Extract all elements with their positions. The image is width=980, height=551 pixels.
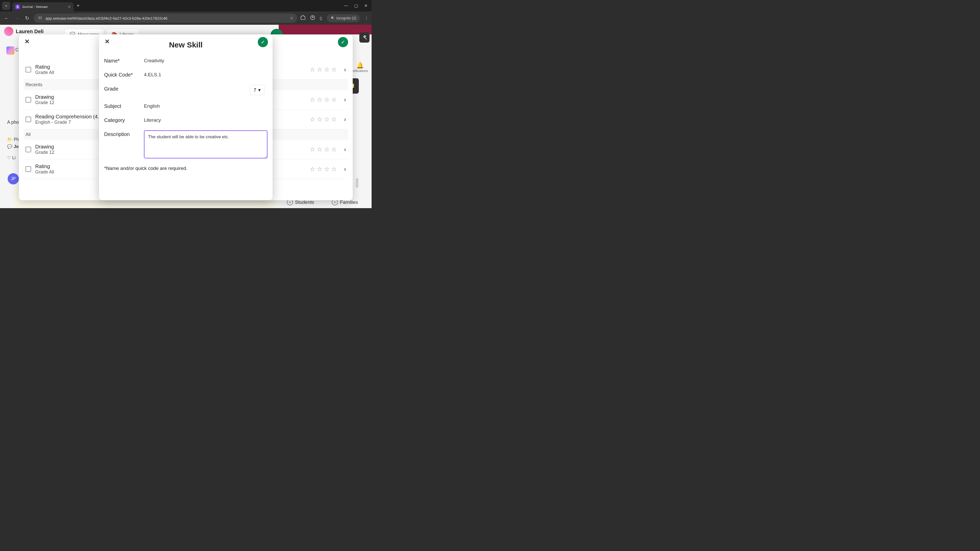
confirm-skills-button[interactable]: ✓ xyxy=(338,37,348,47)
tab-search-button[interactable] xyxy=(2,2,10,10)
star-icon[interactable]: ☆ xyxy=(310,96,315,103)
browser-tab[interactable]: S Journal - Seesaw × xyxy=(12,2,73,11)
star-icon[interactable]: ☆ xyxy=(324,146,330,153)
extensions-icon[interactable] xyxy=(301,15,305,21)
checkbox[interactable] xyxy=(25,67,31,73)
star-icon[interactable]: ☆ xyxy=(324,96,330,103)
rating-stars[interactable]: ☆ ☆ ☆ ☆ xyxy=(310,146,337,153)
rating-stars[interactable]: ☆ ☆ ☆ ☆ xyxy=(310,165,337,173)
close-tab-icon[interactable]: × xyxy=(68,5,70,9)
checkbox[interactable] xyxy=(25,97,31,103)
scrollbar-thumb[interactable] xyxy=(356,178,358,188)
star-icon[interactable]: ☆ xyxy=(310,66,315,73)
star-icon[interactable]: ☆ xyxy=(317,146,323,153)
bookmark-star-icon[interactable]: ☆ xyxy=(290,16,293,21)
address-bar: ← → ↻ app.seesaw.me/#/class/class.e01bf4… xyxy=(0,11,372,25)
maximize-icon[interactable]: ▢ xyxy=(354,3,358,8)
class-icon[interactable] xyxy=(6,46,14,55)
form-row-category: Category Literacy xyxy=(104,116,267,123)
close-skills-modal-button[interactable]: ✕ xyxy=(24,38,30,45)
bell-icon: 🔔 xyxy=(352,62,368,69)
star-icon[interactable]: ☆ xyxy=(331,66,337,73)
notifications-label: otifications xyxy=(352,69,368,73)
star-icon[interactable]: ☆ xyxy=(324,165,330,173)
quickcode-input[interactable]: 4.ELS.1 xyxy=(144,71,267,78)
subject-input[interactable]: English xyxy=(144,102,267,109)
profile-icon[interactable] xyxy=(310,15,315,21)
chevron-right-icon[interactable]: › xyxy=(344,96,346,103)
settings-wrench-button[interactable] xyxy=(360,32,369,43)
save-new-skill-button[interactable]: ✓ xyxy=(258,37,268,47)
svg-rect-0 xyxy=(38,17,40,17)
url-text: app.seesaw.me/#/class/class.e01bf4c2-9a2… xyxy=(45,16,167,21)
rating-stars[interactable]: ☆ ☆ ☆ ☆ xyxy=(310,66,337,73)
url-input[interactable]: app.seesaw.me/#/class/class.e01bf4c2-9a2… xyxy=(34,14,298,23)
star-icon[interactable]: ☆ xyxy=(310,146,315,153)
star-icon[interactable]: ☆ xyxy=(331,165,337,173)
grade-label: Grade xyxy=(104,85,144,92)
incognito-badge[interactable]: Incognito (2) xyxy=(327,14,360,22)
tab-title: Journal - Seesaw xyxy=(22,5,66,9)
checkbox[interactable] xyxy=(25,117,31,122)
star-icon[interactable]: ☆ xyxy=(310,165,315,173)
star-icon[interactable]: ☆ xyxy=(317,66,323,73)
chevron-right-icon[interactable]: › xyxy=(344,116,346,123)
svg-rect-5 xyxy=(41,19,42,19)
name-label: Name* xyxy=(104,57,144,64)
star-icon[interactable]: ☆ xyxy=(317,116,323,123)
star-icon[interactable]: ☆ xyxy=(310,116,315,123)
close-new-skill-button[interactable]: ✕ xyxy=(105,38,110,45)
likes-link[interactable]: ♡ Li xyxy=(7,156,15,160)
form-row-quickcode: Quick Code* 4.ELS.1 xyxy=(104,71,267,78)
svg-rect-4 xyxy=(41,17,42,18)
chevron-right-icon[interactable]: › xyxy=(344,165,346,173)
journal-link[interactable]: 💬 Jo xyxy=(7,144,19,149)
svg-rect-1 xyxy=(38,17,40,18)
close-window-icon[interactable]: ✕ xyxy=(364,3,368,8)
star-icon[interactable]: ☆ xyxy=(317,165,323,173)
checkbox[interactable] xyxy=(25,147,31,152)
modal-title: New Skill xyxy=(99,41,272,49)
photo-caption: A pho xyxy=(7,120,19,125)
star-icon[interactable]: ☆ xyxy=(331,146,337,153)
category-input[interactable]: Literacy xyxy=(144,116,267,123)
star-icon[interactable]: ☆ xyxy=(324,116,330,123)
form-row-description: Description xyxy=(104,130,267,159)
avatar-initials: JP xyxy=(11,176,16,181)
description-textarea[interactable] xyxy=(144,130,267,159)
section-label: Recents xyxy=(25,82,42,87)
rating-stars[interactable]: ☆ ☆ ☆ ☆ xyxy=(310,116,337,123)
site-info-icon[interactable] xyxy=(38,16,42,21)
grade-dropdown[interactable]: 7 ▾ xyxy=(250,85,264,95)
rating-stars[interactable]: ☆ ☆ ☆ ☆ xyxy=(310,96,337,103)
families-label: Families xyxy=(340,200,358,205)
back-button[interactable]: ← xyxy=(3,15,10,21)
reload-button[interactable]: ↻ xyxy=(24,15,30,21)
name-input[interactable]: Creativity xyxy=(144,57,267,64)
folder-icon: 📁 xyxy=(7,137,12,142)
window-controls: — ▢ ✕ xyxy=(344,3,369,8)
star-icon[interactable]: ☆ xyxy=(324,66,330,73)
form-row-subject: Subject English xyxy=(104,102,267,109)
reading-list-icon[interactable]: ▯ xyxy=(320,16,322,21)
star-icon[interactable]: ☆ xyxy=(331,116,337,123)
new-skill-form: Name* Creativity Quick Code* 4.ELS.1 Gra… xyxy=(99,49,272,159)
checkbox[interactable] xyxy=(25,166,31,172)
chevron-right-icon[interactable]: › xyxy=(344,146,346,153)
star-icon[interactable]: ☆ xyxy=(331,96,337,103)
new-tab-button[interactable]: + xyxy=(76,3,80,9)
app-header-accent xyxy=(279,25,372,35)
form-row-name: Name* Creativity xyxy=(104,57,267,64)
svg-point-8 xyxy=(331,17,332,19)
star-icon[interactable]: ☆ xyxy=(317,96,323,103)
heart-icon: ♡ xyxy=(7,156,11,160)
forward-button[interactable]: → xyxy=(13,15,21,21)
browser-menu-icon[interactable]: ⋮ xyxy=(364,16,369,21)
chevron-right-icon[interactable]: › xyxy=(344,66,346,73)
user-name: Lauren Deli xyxy=(16,29,44,35)
quickcode-label: Quick Code* xyxy=(104,71,144,78)
minimize-icon[interactable]: — xyxy=(344,3,348,8)
likes-label: Li xyxy=(12,156,15,160)
student-avatar-jp[interactable]: JP xyxy=(8,173,19,184)
notifications-button[interactable]: 🔔 otifications xyxy=(352,62,368,73)
